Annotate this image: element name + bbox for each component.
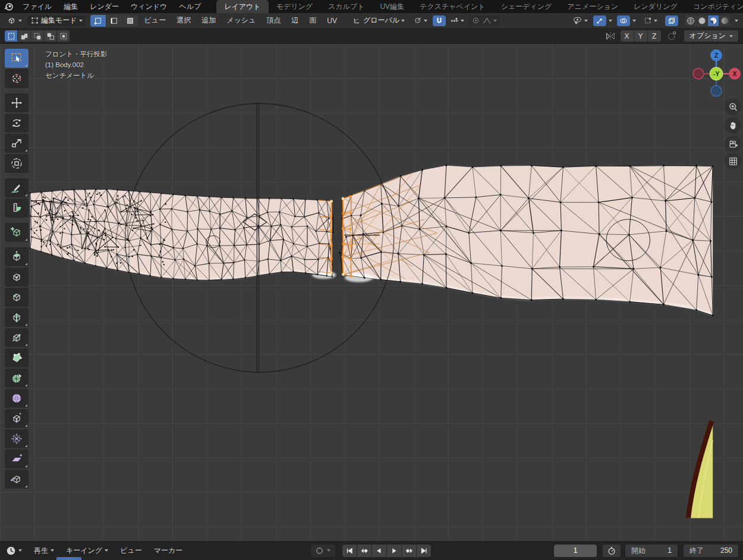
- snap-symmetry-icon[interactable]: [667, 31, 677, 41]
- ortho-grid-icon[interactable]: [725, 153, 741, 169]
- shading-settings-dropdown[interactable]: [735, 20, 738, 22]
- select-mode-edge-button[interactable]: [106, 15, 122, 27]
- shading-rendered-button[interactable]: [719, 15, 730, 26]
- shading-wireframe-button[interactable]: [685, 15, 696, 26]
- tool-extrude-region[interactable]: [5, 247, 29, 266]
- marker-menu[interactable]: マーカー: [149, 546, 188, 556]
- play-button[interactable]: [387, 545, 401, 557]
- pan-hand-icon[interactable]: [725, 117, 741, 134]
- shading-solid-button[interactable]: [697, 15, 707, 26]
- current-frame-field[interactable]: 1: [554, 545, 597, 557]
- tab-compositing[interactable]: コンポジティング: [685, 0, 743, 13]
- menu-mesh[interactable]: メッシュ: [222, 15, 260, 26]
- menu-edge[interactable]: 辺: [287, 15, 303, 26]
- tool-poly-build[interactable]: [5, 348, 29, 367]
- blender-logo-icon[interactable]: [4, 1, 14, 12]
- select-mode-face-button[interactable]: [122, 15, 138, 27]
- tool-annotate[interactable]: [5, 178, 29, 197]
- snap-toggle-button[interactable]: [433, 15, 446, 26]
- tab-shading[interactable]: シェーディング: [493, 0, 560, 13]
- proportional-falloff-dropdown[interactable]: [482, 17, 497, 24]
- timeline-editor-type-button[interactable]: [5, 546, 27, 556]
- playback-menu[interactable]: 再生: [29, 546, 59, 556]
- object-type-visibility-dropdown[interactable]: [569, 15, 591, 26]
- tool-inset-faces[interactable]: [5, 268, 29, 287]
- menu-edit[interactable]: 編集: [58, 2, 84, 12]
- prev-keyframe-button[interactable]: [357, 545, 372, 557]
- 3d-viewport[interactable]: フロント・平行投影 (1) Body.002 センチメートル Z X -Y: [0, 44, 743, 541]
- show-overlays-toggle[interactable]: [617, 15, 630, 26]
- gizmo-settings-dropdown[interactable]: [609, 20, 612, 22]
- tool-loop-cut[interactable]: [5, 308, 29, 327]
- select-mode-invert-button[interactable]: [44, 30, 56, 42]
- editor-type-button[interactable]: [4, 15, 25, 26]
- select-mode-new-button[interactable]: [5, 30, 17, 42]
- tool-select-box[interactable]: [5, 49, 29, 68]
- show-gizmo-toggle[interactable]: [593, 15, 606, 26]
- tab-animation[interactable]: アニメーション: [559, 0, 626, 13]
- tab-rendering[interactable]: レンダリング: [626, 0, 685, 13]
- keying-menu[interactable]: キーイング: [61, 546, 113, 556]
- shading-material-preview-button[interactable]: [708, 15, 719, 26]
- transform-orientation-dropdown[interactable]: グローバル: [350, 15, 408, 26]
- overlays-settings-dropdown[interactable]: [632, 20, 636, 22]
- tool-edge-slide[interactable]: [5, 409, 29, 428]
- tab-modeling[interactable]: モデリング: [269, 0, 320, 13]
- tool-bevel[interactable]: [5, 288, 29, 307]
- jump-end-button[interactable]: [417, 545, 431, 557]
- zoom-icon[interactable]: [725, 99, 741, 115]
- tool-rip-region[interactable]: [5, 470, 29, 489]
- select-mode-intersect-button[interactable]: [57, 30, 70, 42]
- menu-help[interactable]: ヘルプ: [173, 2, 207, 12]
- view-menu[interactable]: ビュー: [115, 546, 147, 556]
- tool-shear[interactable]: [5, 449, 29, 468]
- proportional-edit-button[interactable]: [471, 16, 480, 25]
- next-keyframe-button[interactable]: [402, 545, 416, 557]
- snap-target-dropdown[interactable]: [410, 15, 430, 26]
- navigation-gizmo[interactable]: Z X -Y: [691, 49, 741, 99]
- tool-scale[interactable]: [5, 134, 29, 153]
- select-mode-vertex-button[interactable]: [90, 15, 106, 27]
- tab-sculpting[interactable]: スカルプト: [320, 0, 372, 13]
- frame-start-field[interactable]: 開始 1: [625, 545, 678, 557]
- mirror-x-button[interactable]: X: [621, 30, 634, 42]
- tab-texture-paint[interactable]: テクスチャペイント: [412, 0, 493, 13]
- select-mode-extend-button[interactable]: [18, 30, 30, 42]
- tab-uv-editing[interactable]: UV編集: [372, 0, 412, 13]
- tool-shrink-fatten[interactable]: [5, 429, 29, 448]
- tool-move[interactable]: [5, 93, 29, 112]
- mirror-z-button[interactable]: Z: [648, 30, 661, 42]
- menu-uv[interactable]: UV: [323, 17, 341, 25]
- menu-add[interactable]: 追加: [197, 15, 220, 26]
- tool-rotate[interactable]: [5, 114, 29, 133]
- tool-knife[interactable]: [5, 328, 29, 347]
- mirror-y-button[interactable]: Y: [634, 30, 647, 42]
- mesh-canvas[interactable]: [0, 44, 743, 541]
- use-preview-range-button[interactable]: [603, 545, 621, 557]
- menu-view[interactable]: ビュー: [140, 15, 171, 26]
- menu-window[interactable]: ウィンドウ: [125, 2, 173, 12]
- xray-toggle[interactable]: [665, 15, 678, 26]
- camera-view-icon[interactable]: [725, 136, 741, 152]
- snap-settings-dropdown[interactable]: [448, 15, 466, 26]
- menu-vertex[interactable]: 頂点: [262, 15, 285, 26]
- menu-render[interactable]: レンダー: [84, 2, 125, 12]
- auto-keying-record-button[interactable]: [316, 547, 323, 555]
- tool-smooth[interactable]: [5, 389, 29, 408]
- options-dropdown[interactable]: オプション: [684, 30, 738, 42]
- jump-start-button[interactable]: [342, 545, 357, 557]
- frame-end-field[interactable]: 終了 250: [684, 545, 738, 557]
- play-reverse-button[interactable]: [372, 545, 386, 557]
- select-mode-subtract-button[interactable]: [31, 30, 43, 42]
- tab-layout[interactable]: レイアウト: [216, 0, 268, 13]
- tool-add-cube[interactable]: [5, 223, 29, 242]
- gizmos-dropdown[interactable]: [641, 15, 660, 26]
- mode-select-dropdown[interactable]: 編集モード: [27, 15, 86, 26]
- timeline-playhead[interactable]: [56, 557, 81, 560]
- tool-measure[interactable]: [5, 199, 29, 218]
- tool-transform[interactable]: [5, 154, 29, 173]
- tool-spin[interactable]: [5, 369, 29, 388]
- menu-file[interactable]: ファイル: [17, 2, 58, 12]
- tool-cursor[interactable]: [5, 69, 29, 88]
- menu-face[interactable]: 面: [305, 15, 320, 26]
